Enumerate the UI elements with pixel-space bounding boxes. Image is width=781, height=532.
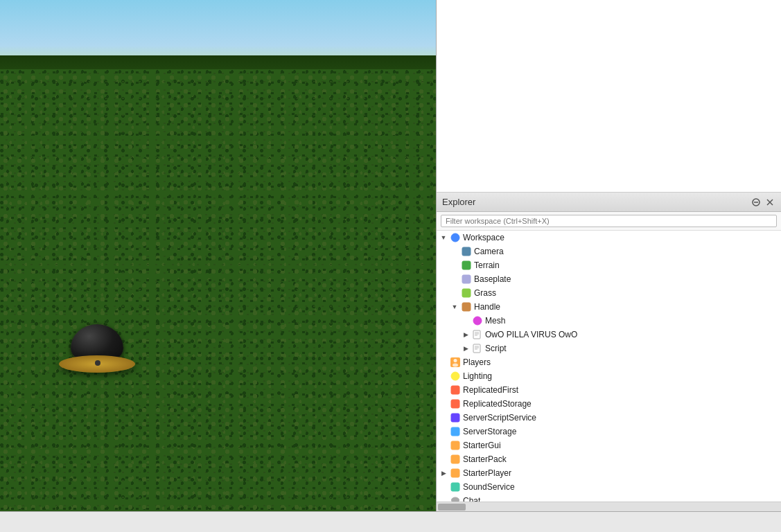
svg-rect-25 [451, 414, 459, 422]
collapse-button[interactable] [751, 197, 762, 208]
tree-item-script[interactable]: ▶Script [437, 342, 781, 355]
item-label-replicatedstorage: ReplicatedStorage [463, 399, 532, 409]
item-label-startergui: StarterGui [463, 441, 501, 450]
item-icon-grass [461, 287, 472, 299]
item-label-grass: Grass [474, 288, 496, 298]
scroll-thumb[interactable] [438, 504, 466, 511]
svg-rect-11 [473, 330, 480, 339]
svg-rect-15 [473, 344, 480, 353]
item-label-serverstorage: ServerStorage [463, 427, 516, 436]
svg-rect-5 [462, 247, 471, 256]
expand-arrow-serverstorage [439, 427, 448, 436]
svg-rect-9 [462, 303, 471, 311]
explorer-panel: Explorer [436, 0, 781, 511]
expand-arrow-soundservice [439, 483, 448, 491]
collapse-icon [752, 198, 760, 206]
hat-button [95, 360, 100, 366]
filter-bar [437, 212, 781, 231]
filter-input[interactable] [441, 215, 777, 227]
tree-item-chat[interactable]: Chat [437, 494, 781, 502]
tree-item-starterpack[interactable]: StarterPack [437, 452, 781, 466]
tree-item-replicatedfirst[interactable]: ReplicatedFirst [437, 383, 781, 397]
item-label-soundservice: SoundService [463, 482, 515, 492]
tree-item-terrain[interactable]: Terrain [437, 258, 781, 272]
item-label-baseplate: Baseplate [474, 274, 511, 284]
item-label-starterpack: StarterPack [463, 454, 507, 464]
tree-item-camera[interactable]: Camera [437, 245, 781, 258]
expand-arrow-baseplate [450, 275, 459, 283]
item-label-script: Script [485, 344, 507, 353]
expand-arrow-startergui [439, 441, 448, 450]
item-icon-owo [472, 329, 483, 340]
item-icon-starterplayer [450, 468, 461, 479]
item-icon-starterpack [450, 454, 461, 465]
item-icon-players [450, 357, 461, 368]
item-label-replicatedfirst: ReplicatedFirst [463, 385, 518, 395]
properties-area [437, 0, 781, 193]
item-icon-replicatedfirst [450, 384, 461, 396]
svg-point-20 [454, 359, 457, 362]
expand-arrow-starterplayer[interactable]: ▶ [439, 469, 448, 477]
expand-arrow-starterpack [439, 455, 448, 463]
item-label-owo: OwO PILLA VIRUS OwO [485, 330, 577, 339]
svg-rect-24 [451, 400, 459, 408]
horizontal-scrollbar[interactable] [437, 502, 781, 511]
item-label-workspace: Workspace [463, 233, 504, 242]
item-label-serverscriptservice: ServerScriptService [463, 413, 536, 423]
expand-arrow-handle[interactable]: ▼ [450, 303, 459, 311]
svg-rect-30 [451, 483, 459, 491]
item-icon-startergui [450, 440, 461, 451]
tree-item-serverscriptservice[interactable]: ServerScriptService [437, 411, 781, 425]
item-label-camera: Camera [474, 247, 504, 256]
svg-point-22 [451, 372, 459, 380]
tree-item-owo[interactable]: ▶OwO PILLA VIRUS OwO [437, 328, 781, 342]
tree-item-handle[interactable]: ▼Handle [437, 300, 781, 314]
tree-item-players[interactable]: Players [437, 355, 781, 369]
tree-item-serverstorage[interactable]: ServerStorage [437, 425, 781, 438]
item-label-mesh: Mesh [485, 316, 505, 326]
expand-arrow-lighting [439, 372, 448, 380]
expand-arrow-grass [450, 289, 459, 297]
item-icon-replicatedstorage [450, 398, 461, 409]
expand-arrow-serverscriptservice [439, 414, 448, 422]
svg-rect-6 [462, 261, 471, 269]
svg-rect-27 [451, 441, 459, 450]
tree-item-startergui[interactable]: StarterGui [437, 438, 781, 452]
explorer-icon-group [751, 197, 775, 208]
expand-arrow-replicatedfirst [439, 386, 448, 394]
tree-item-replicatedstorage[interactable]: ReplicatedStorage [437, 397, 781, 411]
explorer-header: Explorer [437, 193, 781, 212]
tree-item-baseplate[interactable]: Baseplate [437, 272, 781, 286]
item-label-starterplayer: StarterPlayer [463, 468, 511, 478]
item-icon-mesh [472, 315, 483, 326]
item-icon-camera [461, 246, 472, 257]
tree-item-mesh[interactable]: Mesh [437, 314, 781, 328]
explorer-title: Explorer [442, 197, 475, 207]
tree-view[interactable]: ▼WorkspaceCameraTerrainBaseplateGrass▼Ha… [437, 231, 781, 502]
item-label-chat: Chat [463, 496, 480, 502]
close-button[interactable] [764, 197, 775, 208]
item-label-handle: Handle [474, 302, 500, 312]
expand-arrow-workspace[interactable]: ▼ [439, 233, 448, 242]
tree-item-soundservice[interactable]: SoundService [437, 480, 781, 494]
tree-item-grass[interactable]: Grass [437, 286, 781, 300]
svg-rect-26 [451, 427, 459, 436]
item-icon-soundservice [450, 481, 461, 493]
item-label-players: Players [463, 357, 491, 367]
expand-arrow-owo[interactable]: ▶ [462, 330, 470, 339]
svg-point-21 [453, 364, 458, 367]
item-icon-lighting [450, 371, 461, 382]
expand-arrow-script[interactable]: ▶ [462, 344, 470, 353]
svg-rect-29 [451, 469, 459, 477]
tree-item-starterplayer[interactable]: ▶StarterPlayer [437, 466, 781, 480]
expand-arrow-players [439, 358, 448, 366]
svg-point-4 [451, 233, 459, 242]
expand-arrow-mesh [462, 317, 470, 325]
svg-rect-8 [462, 289, 471, 297]
close-icon [766, 198, 774, 206]
tree-item-lighting[interactable]: Lighting [437, 369, 781, 383]
item-label-terrain: Terrain [474, 260, 500, 270]
tree-item-workspace[interactable]: ▼Workspace [437, 231, 781, 245]
bottom-bar [0, 511, 781, 532]
character-model [55, 317, 139, 373]
